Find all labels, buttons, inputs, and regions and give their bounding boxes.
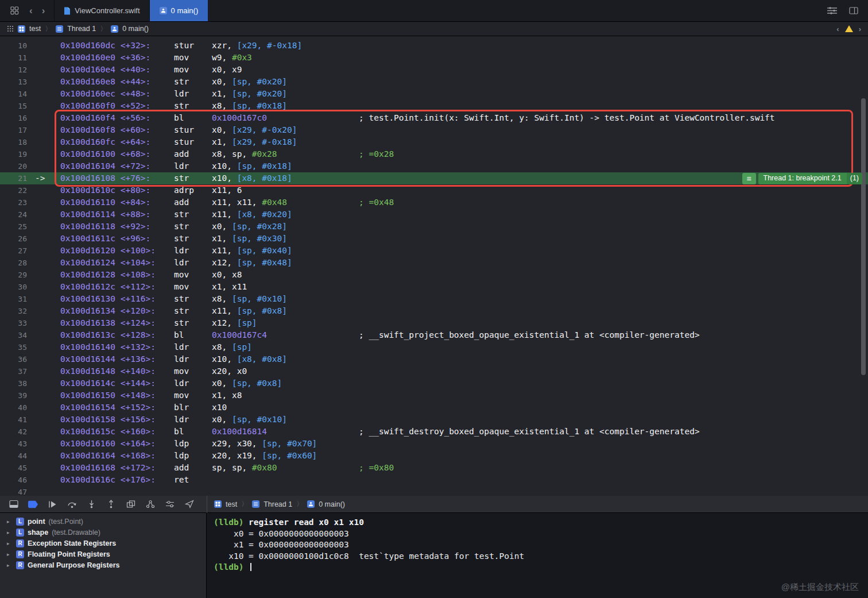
asm-line[interactable]: 340x100d1613c <+128>:bl0x100d167c4; __sw… [0,329,868,341]
disclosure-triangle-icon[interactable]: ▸ [7,562,13,568]
line-number[interactable]: 32 [0,305,27,317]
tab-main-frame[interactable]: 0 main() [150,0,208,21]
breadcrumb-project[interactable]: test [226,500,237,508]
next-issue-button[interactable]: › [859,25,861,33]
asm-line[interactable]: 120x100d160e4 <+40>:movx0, x9 [0,64,868,76]
line-number[interactable]: 47 [0,486,27,496]
line-number[interactable]: 39 [0,389,27,402]
vertical-scrollbar[interactable] [861,98,866,375]
grid-dots-icon[interactable] [7,25,14,32]
line-number[interactable]: 10 [0,40,27,52]
breadcrumb-project[interactable]: test [29,25,41,33]
simulate-location-button[interactable] [184,499,195,510]
editor-options-icon[interactable] [827,6,838,16]
prev-issue-button[interactable]: ‹ [836,25,839,33]
line-number[interactable]: 26 [0,233,27,245]
disclosure-triangle-icon[interactable]: ▸ [7,541,13,546]
line-number[interactable]: 21 [0,172,27,184]
related-items-icon[interactable] [9,6,20,16]
asm-line[interactable]: 320x100d16134 <+120>:strx11, [sp, #0x8] [0,305,868,317]
line-number[interactable]: 44 [0,450,27,462]
asm-line[interactable]: 130x100d160e8 <+44>:strx0, [sp, #0x20] [0,76,868,88]
asm-line[interactable]: 450x100d16168 <+172>:addsp, sp, #0x80; =… [0,462,868,474]
tab-viewcontroller-swift[interactable]: ViewController.swift [54,0,149,21]
step-into-button[interactable] [86,499,97,510]
asm-line[interactable]: 440x100d16164 <+168>:ldpx20, x19, [sp, #… [0,450,868,462]
line-number[interactable]: 40 [0,402,27,414]
line-number[interactable]: 15 [0,100,27,112]
line-number[interactable]: 41 [0,414,27,426]
disclosure-triangle-icon[interactable]: ▸ [7,551,13,557]
asm-line[interactable]: 200x100d16104 <+72>:ldrx10, [sp, #0x18] [0,160,868,172]
variable-row[interactable]: ▸Lpoint(test.Point) [0,516,206,527]
asm-line[interactable]: 260x100d1611c <+96>:strx1, [sp, #0x30] [0,233,868,245]
breadcrumb-frame[interactable]: 0 main() [319,500,345,508]
asm-line[interactable]: 190x100d16100 <+68>:addx8, sp, #0x28; =0… [0,148,868,160]
variable-row[interactable]: ▸RException State Registers [0,538,206,549]
line-number[interactable]: 42 [0,426,27,438]
debug-view-hierarchy-button[interactable] [125,499,136,510]
breakpoints-toggle[interactable] [28,499,38,510]
line-number[interactable]: 18 [0,136,27,148]
disclosure-triangle-icon[interactable]: ▸ [7,530,13,535]
breadcrumb-frame[interactable]: 0 main() [122,25,149,33]
asm-line[interactable]: 100x100d160dc <+32>:sturxzr, [x29, #-0x1… [0,40,868,52]
asm-line[interactable]: 180x100d160fc <+64>:sturx1, [x29, #-0x18… [0,136,868,148]
variable-row[interactable]: ▸RGeneral Purpose Registers [0,560,206,570]
asm-line[interactable]: 280x100d16124 <+104>:ldrx12, [sp, #0x48] [0,257,868,269]
asm-line[interactable]: 290x100d16128 <+108>:movx0, x8 [0,269,868,281]
asm-line[interactable]: 150x100d160f0 <+52>:strx8, [sp, #0x18] [0,100,868,112]
asm-line[interactable]: 240x100d16114 <+88>:strx11, [x8, #0x20] [0,209,868,221]
asm-line[interactable]: 380x100d1614c <+144>:ldrx0, [sp, #0x8] [0,377,868,389]
asm-line[interactable]: 230x100d16110 <+84>:addx11, x11, #0x48; … [0,196,868,209]
disclosure-triangle-icon[interactable]: ▸ [7,519,13,524]
breakpoint-badge-body[interactable]: Thread 1: breakpoint 2.1(1) [758,173,862,184]
line-number[interactable]: 43 [0,438,27,450]
line-number[interactable]: 17 [0,124,27,136]
asm-line[interactable]: 110x100d160e0 <+36>:movw9, #0x3 [0,52,868,64]
forward-button[interactable]: › [42,6,45,16]
asm-line[interactable]: 410x100d16158 <+156>:ldrx0, [sp, #0x10] [0,414,868,426]
asm-line[interactable]: 160x100d160f4 <+56>:bl0x100d167c0; test.… [0,112,868,124]
line-number[interactable]: 20 [0,160,27,172]
line-number[interactable]: 28 [0,257,27,269]
variable-row[interactable]: ▸RFloating Point Registers [0,549,206,560]
line-number[interactable]: 12 [0,64,27,76]
asm-line[interactable]: 350x100d16140 <+132>:ldrx8, [sp] [0,341,868,353]
asm-line[interactable]: 250x100d16118 <+92>:strx0, [sp, #0x28] [0,221,868,233]
step-out-button[interactable] [106,499,117,510]
line-number[interactable]: 13 [0,76,27,88]
line-number[interactable]: 14 [0,88,27,100]
line-number[interactable]: 33 [0,317,27,329]
line-number[interactable]: 45 [0,462,27,474]
hide-debug-area-button[interactable] [8,499,19,510]
asm-line[interactable]: 140x100d160ec <+48>:ldrx1, [sp, #0x20] [0,88,868,100]
asm-line[interactable]: 300x100d1612c <+112>:movx1, x11 [0,281,868,293]
asm-line[interactable]: 400x100d16154 <+152>:blrx10 [0,402,868,414]
line-number[interactable]: 25 [0,221,27,233]
asm-line[interactable]: 460x100d1616c <+176>:ret [0,474,868,486]
asm-line[interactable]: 420x100d1615c <+160>:bl0x100d16814; __sw… [0,426,868,438]
line-number[interactable]: 24 [0,209,27,221]
line-number[interactable]: 31 [0,293,27,305]
line-number[interactable]: 37 [0,365,27,377]
line-number[interactable]: 19 [0,148,27,160]
asm-line[interactable]: 330x100d16138 <+124>:strx12, [sp] [0,317,868,329]
line-number[interactable]: 35 [0,341,27,353]
asm-line[interactable]: 170x100d160f8 <+60>:sturx0, [x29, #-0x20… [0,124,868,136]
environment-overrides-button[interactable] [164,499,175,510]
breadcrumb-thread[interactable]: Thread 1 [264,500,292,508]
line-number[interactable]: 22 [0,184,27,196]
breakpoint-menu-icon[interactable]: ≡ [742,173,756,184]
line-number[interactable]: 38 [0,377,27,389]
add-editor-icon[interactable] [848,6,859,16]
memory-graph-button[interactable] [145,499,156,510]
asm-line[interactable]: 310x100d16130 <+116>:strx8, [sp, #0x10] [0,293,868,305]
asm-line[interactable]: 360x100d16144 <+136>:ldrx10, [x8, #0x8] [0,353,868,365]
breakpoint-annotation[interactable]: ≡Thread 1: breakpoint 2.1(1) [742,173,862,184]
line-number[interactable]: 11 [0,52,27,64]
asm-line[interactable]: 430x100d16160 <+164>:ldpx29, x30, [sp, #… [0,438,868,450]
warning-icon[interactable] [845,25,853,32]
line-number[interactable]: 36 [0,353,27,365]
line-number[interactable]: 29 [0,269,27,281]
